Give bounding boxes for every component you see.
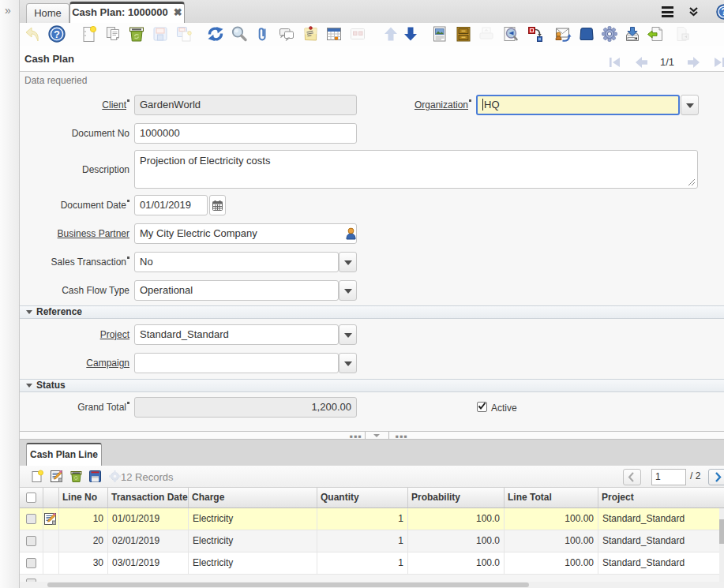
svg-text:?: ?: [54, 28, 60, 40]
svg-text:?: ?: [721, 6, 724, 17]
